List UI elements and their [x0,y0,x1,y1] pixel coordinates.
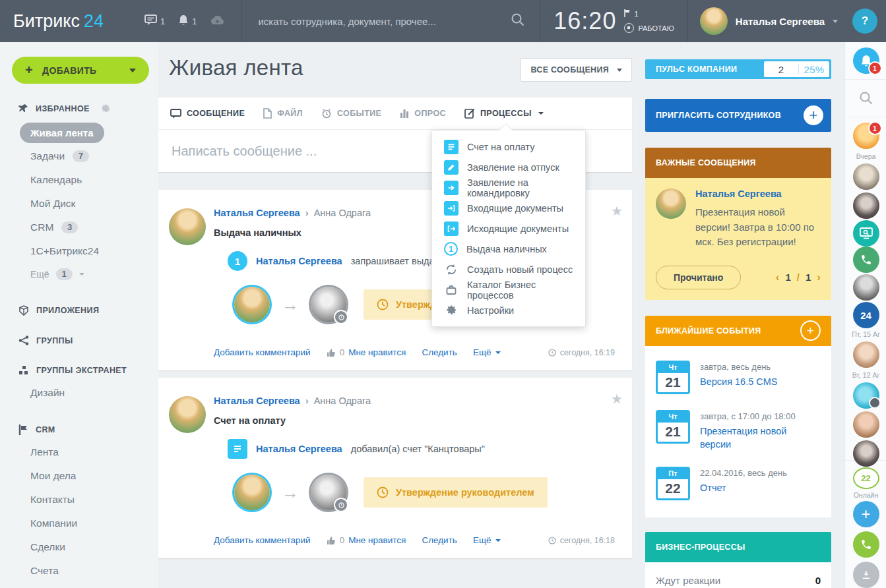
search-icon[interactable] [511,13,525,30]
tab-message[interactable]: СООБЩЕНИЕ [170,109,245,119]
add-button[interactable]: + ДОБАВИТЬ [12,57,149,84]
like-control[interactable]: 0 Мне нравится [327,535,406,545]
invite-employees-button[interactable]: ПРИГЛАСИТЬ СОТРУДНИКОВ + [645,99,831,132]
messages-filter-button[interactable]: ВСЕ СООБЩЕНИЯ [521,58,632,82]
add-comment-link[interactable]: Добавить комментарий [214,347,311,357]
sidebar-item-crm-feed[interactable]: Лента [30,440,158,464]
company-pulse-bar[interactable]: ПУЛЬС КОМПАНИИ 2 25% [645,59,831,79]
cloud-icon[interactable] [210,15,224,27]
event-link[interactable]: Отчет [700,481,787,494]
post-recipient-link[interactable]: Анна Одрага [314,208,371,218]
call-button[interactable] [853,247,879,273]
menu-item-bp-catalog[interactable]: Каталог Бизнес процессов [432,279,585,300]
post-author-link[interactable]: Наталья Сергеева [214,208,300,218]
workflow-approver-avatar[interactable] [311,475,346,510]
sidebar-item-tasks[interactable]: Задачи7 [30,144,158,168]
tab-processes[interactable]: ПРОЦЕССЫ [464,108,544,119]
user-menu[interactable]: Наталья Сергеева [688,7,847,35]
sidebar-item-calendar[interactable]: Календарь [30,168,158,192]
menu-item-label: Счет на оплату [467,142,534,152]
tab-poll[interactable]: ОПРОС [400,109,446,118]
menu-item-cash-issue[interactable]: 1 Выдача наличных [432,239,585,259]
contact-avatar[interactable] [853,440,879,467]
sidebar-item-crm[interactable]: CRM3 [30,216,158,239]
contact-avatar[interactable] [853,411,879,438]
post-recipient-link[interactable]: Анна Одрага [314,396,371,406]
sidebar-item-design[interactable]: Дизайн [30,381,158,405]
action-author-link[interactable]: Наталья Сергеева [256,256,342,266]
global-search-input[interactable] [257,15,511,28]
like-control[interactable]: 0 Мне нравится [327,347,406,357]
bitrix24-logo[interactable]: Битрикс24 [0,11,104,32]
avatar[interactable] [169,396,206,433]
sidebar-item-contacts[interactable]: Контакты [30,488,158,512]
flag-icon [18,425,28,435]
apps-header[interactable]: ПРИЛОЖЕНИЯ [18,305,158,316]
download-app-button[interactable] [853,562,879,588]
chevron-right-icon: › [305,395,309,406]
more-link[interactable]: Ещё [473,535,501,545]
mark-read-button[interactable]: Прочитано [656,266,741,289]
sidebar-item-companies[interactable]: Компании [30,512,158,535]
tab-event[interactable]: СОБЫТИЕ [321,108,381,119]
tab-file[interactable]: ФАЙЛ [263,108,303,119]
gear-icon[interactable] [101,103,111,113]
add-chat-button[interactable]: + [853,501,879,527]
phone-button[interactable] [853,531,879,558]
workflow-initiator-avatar[interactable] [234,475,270,510]
chat-counter[interactable]: 1 [144,15,165,28]
workflow-initiator-avatar[interactable] [234,287,270,322]
add-event-button[interactable]: + [800,320,821,341]
online-counter[interactable]: 22 [853,467,879,489]
sidebar-item-1c-bitrix24[interactable]: 1С+Битрикс24 [30,239,158,263]
menu-item-incoming-docs[interactable]: Входящие документы [432,198,585,218]
screen-share-button[interactable] [853,220,879,247]
notification-counter[interactable]: 1 [178,15,197,28]
add-comment-link[interactable]: Добавить комментарий [214,535,311,545]
event-link[interactable]: Презентация новой версии [700,425,812,452]
sidebar-item-live-feed[interactable]: Живая лента [20,123,104,143]
workflow-approver-avatar[interactable] [311,287,346,322]
next-page-icon[interactable]: › [817,271,821,284]
star-icon[interactable]: ★ [611,391,623,407]
follow-link[interactable]: Следить [422,535,457,545]
contact-avatar[interactable]: 1 [853,123,879,149]
help-button[interactable]: ? [852,9,877,34]
worktime-widget[interactable]: 16:20 1 РАБОТАЮ [540,0,688,42]
sidebar-item-deals[interactable]: Сделки [30,535,158,559]
important-author-link[interactable]: Наталья Сергеева [695,189,821,199]
sidebar-item-my-activities[interactable]: Мои дела [30,464,158,488]
post-author-link[interactable]: Наталья Сергеева [214,396,300,406]
menu-item-new-process[interactable]: Создать новый процесс [432,259,585,279]
sidebar-item-label: Календарь [30,174,82,186]
sidebar-item-my-disk[interactable]: Мой Диск [30,192,158,216]
like-link[interactable]: Мне нравится [348,347,406,357]
contact-avatar[interactable] [853,192,879,219]
contact-avatar[interactable] [853,341,879,368]
contact-search-button[interactable] [853,85,879,111]
menu-item-business-trip[interactable]: Заявление на командировку [432,177,585,198]
star-icon[interactable]: ★ [611,203,623,219]
more-link[interactable]: Ещё [473,347,501,357]
contact-avatar[interactable] [853,382,879,409]
menu-item-invoice[interactable]: Счет на оплату [432,136,585,157]
contact-avatar[interactable] [853,163,879,190]
sidebar-item-invoices[interactable]: Счета [30,559,158,583]
notifications-button[interactable]: 1 [853,47,879,74]
groups-header[interactable]: ГРУППЫ [18,336,158,345]
crm-section-header[interactable]: CRM [18,425,158,435]
menu-item-leave-request[interactable]: Заявление на отпуск [432,157,585,177]
avatar[interactable] [169,208,206,245]
avatar[interactable] [656,189,686,219]
like-link[interactable]: Мне нравится [348,535,406,545]
event-link[interactable]: Версия 16.5 CMS [700,375,778,388]
action-author-link[interactable]: Наталья Сергеева [256,444,342,454]
sidebar-item-more[interactable]: Ещё1 [30,263,158,285]
menu-item-settings[interactable]: Настройки [432,300,585,320]
menu-item-outgoing-docs[interactable]: Исходящие документы [432,218,585,239]
bitrix24-network-button[interactable]: 24 [853,302,879,328]
contact-avatar[interactable] [853,274,879,301]
follow-link[interactable]: Следить [422,347,457,357]
extranet-groups-header[interactable]: ГРУППЫ ЭКСТРАНЕТ [18,365,158,376]
prev-page-icon[interactable]: ‹ [776,271,780,284]
